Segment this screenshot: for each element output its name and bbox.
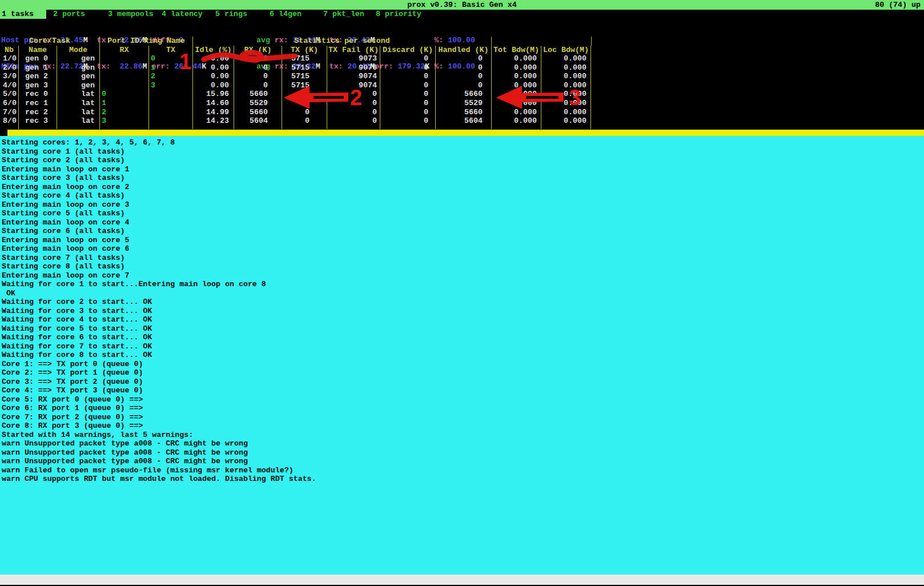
log-line: Starting core 8 (all tasks): [2, 262, 924, 271]
cursor-block: [0, 130, 7, 136]
log-line: Waiting for core 7 to start... OK: [2, 342, 924, 351]
cell-tx: [149, 108, 193, 117]
cell-loc: 0.000: [541, 90, 591, 99]
cell-rx: [100, 54, 149, 63]
table-row: 3/0gen 2gen20.00057159074000.0000.000: [0, 72, 592, 81]
app-title: prox v0.39: Basic Gen x4: [0, 0, 924, 10]
cell-txfail: 0: [327, 117, 380, 126]
cell-name: rec 1: [19, 99, 57, 108]
cell-txfail: 9073: [327, 54, 380, 63]
cell-loc: 0.000: [541, 81, 591, 90]
cell-stub: [380, 126, 436, 129]
table-row: [0, 126, 592, 129]
log-line: Waiting for core 1 to start...Entering m…: [2, 280, 924, 289]
log-line: Waiting for core 3 to start... OK: [2, 307, 924, 316]
startup-log: Starting cores: 1, 2, 3, 4, 5, 6, 7, 8St…: [0, 136, 924, 575]
cell-name: gen 1: [19, 63, 57, 73]
cell-stub: [436, 126, 492, 129]
log-line: Starting core 6 (all tasks): [2, 227, 924, 236]
cell-tot: 0.000: [492, 72, 541, 81]
cell-tot: 0.000: [492, 108, 541, 117]
tab-5-rings[interactable]: 5 rings: [215, 10, 247, 19]
cell-tot: 0.000: [492, 54, 541, 63]
per-core-stats-table: Core/TaskPort ID/Ring NameStatistics per…: [0, 37, 592, 129]
cell-loc: 0.000: [541, 117, 591, 126]
cell-rx: 0: [100, 90, 149, 99]
cell-rx: [100, 72, 149, 81]
column-header: Name: [19, 46, 57, 55]
cell-mode: lat: [57, 117, 100, 126]
cell-txfail: 9074: [327, 72, 380, 81]
cell-rxk: 5660: [234, 90, 282, 99]
cell-rxk: 5604: [234, 117, 282, 126]
cell-stub: [327, 126, 380, 129]
cell-stub: [57, 126, 100, 129]
log-line: Starting core 3 (all tasks): [2, 174, 924, 183]
table-row: 4/0gen 3gen30.00057159074000.0000.000: [0, 81, 592, 90]
cell-tx: 0: [149, 54, 193, 63]
log-line: warn Failed to open msr pseudo-file (mis…: [2, 466, 924, 475]
cell-handled: 0: [436, 72, 492, 81]
column-header: TX: [149, 46, 193, 55]
cell-nb: 2/0: [0, 63, 19, 73]
uptime-counter: 80 (74) up: [875, 0, 921, 10]
tab-4-latency[interactable]: 4 latency: [162, 10, 203, 19]
log-line: Starting core 5 (all tasks): [2, 209, 924, 218]
cell-handled: 0: [436, 81, 492, 90]
tab-8-priority[interactable]: 8 priority: [376, 10, 421, 19]
log-line: Core 8: RX port 3 (queue 0) ==>: [2, 422, 924, 431]
cell-idle: 0.00: [193, 54, 234, 63]
cell-tx: [149, 90, 193, 99]
screen-tabs: 1 tasks2 ports3 mempools4 latency5 rings…: [0, 10, 924, 19]
cell-stub: [282, 126, 327, 129]
cell-discard: 0: [380, 117, 436, 126]
column-header: TX (K): [282, 46, 327, 55]
cell-txfail: 9076: [327, 63, 380, 73]
log-line: Starting core 7 (all tasks): [2, 254, 924, 263]
cell-stub: [0, 126, 19, 129]
log-line: Waiting for core 5 to start... OK: [2, 324, 924, 334]
cell-mode: gen: [57, 81, 100, 90]
tab-7-pkt_len[interactable]: 7 pkt_len: [323, 10, 364, 19]
cell-name: gen 3: [19, 81, 57, 90]
cell-tot: 0.000: [492, 63, 541, 73]
cell-stub: [19, 126, 57, 129]
cell-handled: 0: [436, 54, 492, 63]
tab-1-tasks[interactable]: 1 tasks: [0, 10, 46, 19]
cell-txk: 5715: [282, 81, 327, 90]
cell-txfail: 0: [327, 90, 380, 99]
cell-nb: 8/0: [0, 117, 19, 126]
cell-stub: [149, 126, 193, 129]
log-line: Core 3: ==> TX port 2 (queue 0): [2, 378, 924, 387]
cell-nb: 3/0: [0, 72, 19, 81]
log-line: warn CPU supports RDT but msr module not…: [2, 475, 924, 484]
cell-handled: 5660: [436, 108, 492, 117]
log-line: Starting core 4 (all tasks): [2, 191, 924, 200]
cell-stub: [234, 126, 282, 129]
cell-handled: 5529: [436, 99, 492, 108]
cell-stub: [100, 126, 149, 129]
title-bar: prox v0.39: Basic Gen x4 80 (74) up: [0, 0, 924, 10]
log-line: warn Unsupported packet type a008 - CRC …: [2, 457, 924, 466]
cell-mode: lat: [57, 108, 100, 117]
tab-6-l4gen[interactable]: 6 l4gen: [270, 10, 302, 19]
tab-2-ports[interactable]: 2 ports: [53, 10, 85, 19]
tab-3-mempools[interactable]: 3 mempools: [108, 10, 154, 19]
cell-txk: 0: [282, 90, 327, 99]
log-line: warn Unsupported packet type a008 - CRC …: [2, 439, 924, 448]
cell-name: rec 0: [19, 90, 57, 99]
log-line: warn Unsupported packet type a008 - CRC …: [2, 448, 924, 457]
cell-stub: [541, 126, 591, 129]
group-header: Core/Task: [0, 37, 100, 46]
cell-loc: 0.000: [541, 99, 591, 108]
log-line: Entering main loop on core 5: [2, 236, 924, 245]
cell-rxk: 5529: [234, 99, 282, 108]
cell-handled: 0: [436, 63, 492, 73]
cell-rxk: 5660: [234, 108, 282, 117]
cell-rxk: 0: [234, 72, 282, 81]
log-line: Entering main loop on core 1: [2, 165, 924, 174]
cell-discard: 0: [380, 63, 436, 73]
cell-name: rec 2: [19, 108, 57, 117]
cell-loc: 0.000: [541, 72, 591, 81]
log-line: Core 7: RX port 2 (queue 0) ==>: [2, 413, 924, 422]
